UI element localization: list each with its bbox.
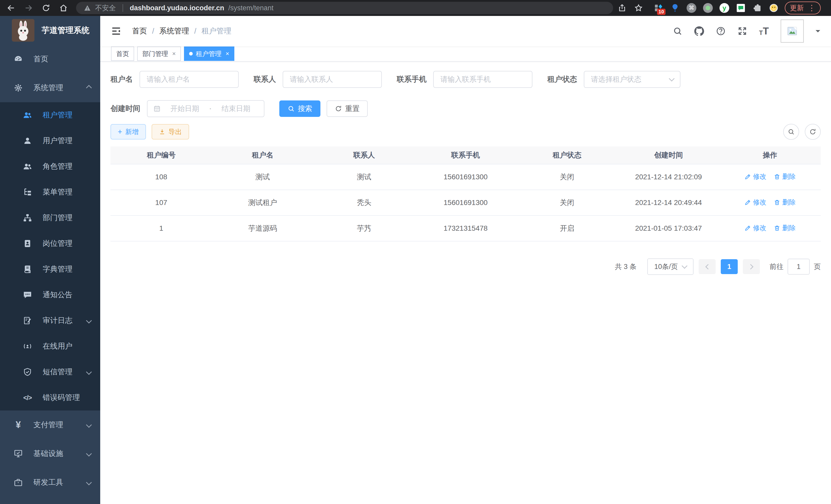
sidebar-item-roles[interactable]: 角色管理 (0, 154, 100, 179)
sidebar-item-label: 研发工具 (33, 477, 77, 487)
extension-command-icon[interactable]: ⌘ (687, 3, 696, 13)
sidebar-item-menus[interactable]: 菜单管理 (0, 179, 100, 205)
sidebar-item-payment[interactable]: ¥ 支付管理 (0, 411, 100, 439)
delete-link[interactable]: 删除 (774, 224, 796, 233)
fullscreen-icon[interactable] (738, 26, 747, 36)
forward-icon[interactable] (24, 4, 33, 12)
goto-page-input[interactable] (787, 259, 810, 275)
address-bar[interactable]: 不安全 dashboard.yudao.iocoder.cn /system/t… (76, 2, 613, 14)
next-page-button[interactable] (743, 259, 760, 274)
sidebar-item-posts[interactable]: 岗位管理 (0, 231, 100, 256)
extensions-puzzle-icon[interactable] (752, 3, 762, 13)
sidebar-item-error-codes[interactable]: </> 错误码管理 (0, 385, 100, 411)
sidebar-item-label: 用户管理 (42, 136, 91, 146)
cell-created: 2021-12-14 20:49:44 (618, 190, 719, 215)
sidebar-item-users[interactable]: 用户管理 (0, 128, 100, 154)
tenant-name-input[interactable] (140, 71, 239, 88)
reset-button[interactable]: 重置 (326, 100, 368, 117)
help-icon[interactable] (716, 26, 726, 36)
font-size-icon[interactable]: TT (759, 26, 769, 36)
sidebar-item-sms[interactable]: 短信管理 (0, 359, 100, 385)
cell-contact: 测试 (314, 164, 415, 190)
logo-image (12, 19, 34, 41)
reset-button-label: 重置 (345, 104, 360, 114)
sidebar-item-label: 菜单管理 (42, 187, 91, 197)
security-label[interactable]: 不安全 (95, 3, 116, 12)
show-search-button[interactable] (783, 124, 799, 140)
breadcrumb-item[interactable]: 系统管理 (159, 26, 189, 36)
extension-y-icon[interactable]: y (719, 3, 729, 13)
sidebar-item-home[interactable]: 首页 (0, 45, 100, 73)
sidebar-item-tenant[interactable]: 租户管理 (0, 102, 100, 128)
sidebar-item-announcements[interactable]: 通知公告 (0, 282, 100, 308)
sidebar-item-label: 租户管理 (42, 110, 91, 120)
share-icon[interactable] (618, 4, 627, 12)
close-icon[interactable]: × (172, 50, 176, 57)
page-1-button[interactable]: 1 (721, 259, 738, 274)
avatar-dropdown-icon[interactable] (815, 30, 820, 35)
contact-input[interactable] (283, 71, 382, 88)
status-select-input[interactable] (584, 71, 681, 88)
prev-page-button[interactable] (699, 259, 716, 274)
chrome-update-button[interactable]: 更新 ⋮ (785, 2, 821, 14)
github-icon[interactable] (694, 26, 704, 36)
end-date-input[interactable] (213, 104, 258, 113)
sidebar-item-infrastructure[interactable]: 基础设施 (0, 439, 100, 468)
search-icon[interactable] (673, 26, 683, 36)
col-status: 租户状态 (516, 146, 618, 164)
tab-departments[interactable]: 部门管理 × (137, 47, 181, 61)
breadcrumb-item[interactable]: 首页 (132, 26, 147, 36)
add-button-label: 新增 (125, 127, 139, 137)
sidebar-item-online-users[interactable]: 在线用户 (0, 333, 100, 359)
browser-actions (618, 4, 643, 12)
pagination: 共 3 条 10条/页 1 前往 页 (111, 259, 821, 275)
sidebar-item-system[interactable]: 系统管理 (0, 73, 100, 102)
gear-icon (13, 83, 23, 93)
chevron-up-icon (86, 85, 92, 91)
sidebar-item-dictionary[interactable]: 字典管理 (0, 256, 100, 282)
refresh-table-button[interactable] (805, 124, 821, 140)
audit-log-icon (23, 316, 32, 325)
sidebar-item-label: 基础设施 (33, 448, 77, 459)
close-icon[interactable]: × (226, 50, 229, 57)
reload-icon[interactable] (41, 4, 50, 12)
cell-actions: 修改删除 (719, 190, 821, 215)
tab-tenants[interactable]: 租户管理 × (184, 47, 234, 61)
delete-link[interactable]: 删除 (774, 172, 796, 181)
mobile-input[interactable] (433, 71, 533, 88)
start-date-input[interactable] (163, 104, 207, 113)
extension-balloon-icon[interactable] (670, 3, 680, 13)
bookmark-star-icon[interactable] (634, 4, 643, 12)
extension-record-icon[interactable] (703, 3, 713, 13)
edit-icon (744, 225, 751, 232)
browser-menu-icon[interactable]: ⋮ (808, 4, 815, 12)
profile-avatar-icon[interactable] (769, 3, 779, 13)
sidebar-item-dev-tools[interactable]: 研发工具 (0, 468, 100, 497)
edit-link[interactable]: 修改 (744, 198, 767, 207)
back-icon[interactable] (7, 4, 16, 12)
edit-link[interactable]: 修改 (744, 224, 767, 233)
tenant-users-icon (23, 110, 32, 120)
cell-contact: 芋艿 (314, 215, 415, 241)
delete-link[interactable]: 删除 (774, 198, 796, 207)
search-button[interactable]: 搜索 (279, 100, 320, 117)
home-icon[interactable] (59, 4, 68, 12)
extension-chat-icon[interactable] (736, 3, 746, 13)
sms-shield-icon (23, 367, 32, 377)
date-range-picker[interactable]: - (147, 100, 264, 117)
tab-home[interactable]: 首页 (111, 47, 134, 61)
export-button[interactable]: 导出 (152, 124, 189, 140)
cell-status: 关闭 (516, 190, 618, 215)
cell-tenant-name: 芋道源码 (212, 215, 314, 241)
status-select[interactable] (584, 71, 681, 88)
sidebar-item-audit-log[interactable]: 审计日志 (0, 308, 100, 333)
avatar[interactable] (781, 20, 804, 42)
extension-grid-icon[interactable]: 10 (654, 3, 663, 13)
page-size-select[interactable]: 10条/页 (647, 259, 693, 275)
edit-link[interactable]: 修改 (744, 172, 767, 181)
col-contact: 联系人 (314, 146, 415, 164)
sidebar-item-label: 字典管理 (42, 264, 91, 274)
sidebar-item-departments[interactable]: 部门管理 (0, 205, 100, 231)
collapse-sidebar-icon[interactable] (111, 26, 121, 36)
add-button[interactable]: + 新增 (111, 124, 146, 140)
